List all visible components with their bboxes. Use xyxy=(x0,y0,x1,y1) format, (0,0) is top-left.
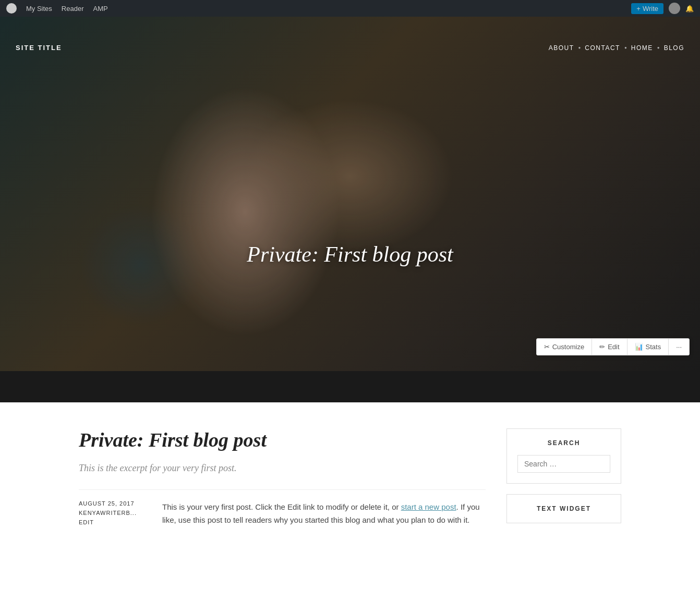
site-title[interactable]: SITE TITLE xyxy=(16,44,62,52)
nav-separator-1: ● xyxy=(578,45,581,50)
site-header: SITE TITLE ABOUT ● CONTACT ● HOME ● BLOG xyxy=(0,33,700,62)
stats-button[interactable]: 📊 Stats xyxy=(627,339,669,355)
admin-bar: W My Sites Reader AMP + Write 🔔 xyxy=(0,0,700,17)
text-widget-title: TEXT WIDGET xyxy=(517,505,610,512)
nav-contact[interactable]: CONTACT xyxy=(585,44,620,52)
post-excerpt: This is the excerpt for your very first … xyxy=(79,463,486,474)
customize-button[interactable]: ✂ Customize xyxy=(537,339,592,355)
post-title: Private: First blog post xyxy=(79,428,486,452)
post-content: This is your very first post. Click the … xyxy=(162,500,486,527)
site-navigation: ABOUT ● CONTACT ● HOME ● BLOG xyxy=(549,44,684,52)
text-widget: TEXT WIDGET xyxy=(506,494,621,523)
nav-separator-2: ● xyxy=(624,45,627,50)
more-button[interactable]: ··· xyxy=(669,339,689,355)
avatar[interactable] xyxy=(669,3,680,14)
wordpress-logo-icon[interactable]: W xyxy=(6,3,17,14)
post-edit-link[interactable]: EDIT xyxy=(79,519,147,525)
write-label: Write xyxy=(643,5,658,13)
search-input[interactable] xyxy=(517,455,610,473)
hero-hand-image xyxy=(0,17,700,371)
amp-link[interactable]: AMP xyxy=(93,5,107,13)
dark-band xyxy=(0,371,700,402)
hero-post-title: Private: First blog post xyxy=(247,242,453,267)
notifications-icon[interactable]: 🔔 xyxy=(685,5,694,13)
post-author: KENYAWRITERB... xyxy=(79,510,147,516)
reader-link[interactable]: Reader xyxy=(62,5,84,13)
search-widget-title: SEARCH xyxy=(517,439,610,447)
post-content-start: This is your very first post. Click the … xyxy=(162,502,401,511)
nav-about[interactable]: ABOUT xyxy=(549,44,574,52)
sidebar: SEARCH TEXT WIDGET xyxy=(506,428,621,534)
edit-icon: ✏ xyxy=(599,343,605,351)
write-button[interactable]: + Write xyxy=(631,3,663,14)
post-date: AUGUST 25, 2017 xyxy=(79,500,147,507)
article: Private: First blog post This is the exc… xyxy=(79,428,486,534)
post-meta-left: AUGUST 25, 2017 KENYAWRITERB... EDIT xyxy=(79,500,147,527)
my-sites-link[interactable]: My Sites xyxy=(26,5,52,13)
edit-label: Edit xyxy=(608,343,619,351)
main-content: Private: First blog post This is the exc… xyxy=(63,402,637,560)
post-meta: AUGUST 25, 2017 KENYAWRITERB... EDIT Thi… xyxy=(79,489,486,527)
nav-home[interactable]: HOME xyxy=(631,44,653,52)
admin-bar-right: + Write 🔔 xyxy=(631,3,694,14)
customize-label: Customize xyxy=(552,343,584,351)
customize-icon: ✂ xyxy=(544,343,550,351)
stats-icon: 📊 xyxy=(635,343,643,351)
nav-blog[interactable]: BLOG xyxy=(664,44,684,52)
more-label: ··· xyxy=(676,343,682,351)
write-plus-icon: + xyxy=(636,5,641,13)
edit-button[interactable]: ✏ Edit xyxy=(592,339,627,355)
search-widget: SEARCH xyxy=(506,428,621,484)
nav-separator-3: ● xyxy=(657,45,660,50)
admin-toolbar: ✂ Customize ✏ Edit 📊 Stats ··· xyxy=(536,338,690,355)
stats-label: Stats xyxy=(646,343,661,351)
admin-bar-left: W My Sites Reader AMP xyxy=(6,3,108,14)
new-post-link[interactable]: start a new post xyxy=(401,502,456,511)
hero-section: SITE TITLE ABOUT ● CONTACT ● HOME ● BLOG… xyxy=(0,17,700,371)
